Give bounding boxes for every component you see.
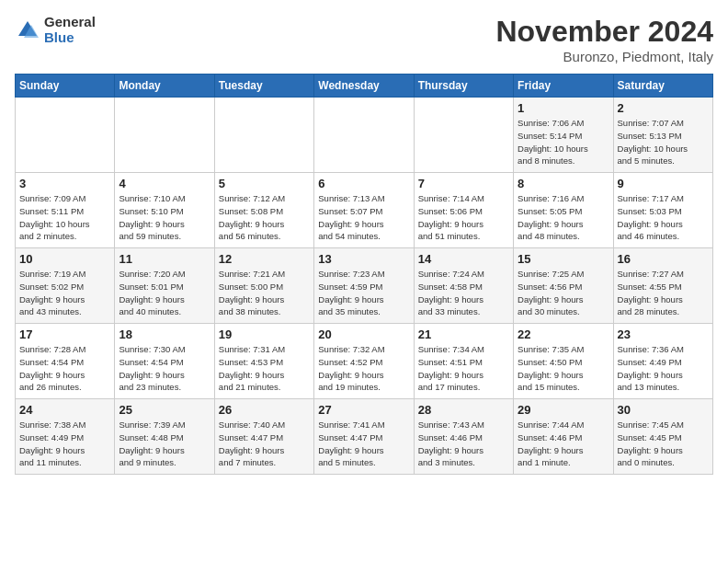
day-info: Sunrise: 7:07 AM Sunset: 5:13 PM Dayligh… (618, 117, 709, 167)
logo: General Blue (15, 15, 96, 45)
day-number: 19 (219, 327, 310, 341)
day-info: Sunrise: 7:38 AM Sunset: 4:49 PM Dayligh… (19, 419, 110, 469)
calendar-cell: 16Sunrise: 7:27 AM Sunset: 4:55 PM Dayli… (613, 248, 712, 324)
calendar-cell: 4Sunrise: 7:10 AM Sunset: 5:10 PM Daylig… (115, 173, 214, 248)
day-info: Sunrise: 7:25 AM Sunset: 4:56 PM Dayligh… (518, 268, 609, 318)
calendar-week-row: 3Sunrise: 7:09 AM Sunset: 5:11 PM Daylig… (16, 173, 713, 248)
day-info: Sunrise: 7:06 AM Sunset: 5:14 PM Dayligh… (518, 117, 609, 167)
day-number: 17 (19, 327, 110, 341)
calendar-cell: 28Sunrise: 7:43 AM Sunset: 4:46 PM Dayli… (414, 399, 513, 475)
day-number: 7 (418, 177, 509, 190)
weekday-header-saturday: Saturday (613, 75, 712, 98)
calendar-cell (115, 98, 214, 173)
calendar-cell: 2Sunrise: 7:07 AM Sunset: 5:13 PM Daylig… (613, 98, 712, 173)
weekday-header-friday: Friday (514, 75, 613, 98)
day-info: Sunrise: 7:30 AM Sunset: 4:54 PM Dayligh… (119, 343, 210, 394)
calendar-cell: 14Sunrise: 7:24 AM Sunset: 4:58 PM Dayli… (414, 248, 513, 324)
calendar-cell: 22Sunrise: 7:35 AM Sunset: 4:50 PM Dayli… (514, 324, 613, 399)
day-number: 28 (418, 403, 509, 417)
day-info: Sunrise: 7:44 AM Sunset: 4:46 PM Dayligh… (518, 419, 609, 469)
day-number: 30 (618, 403, 709, 417)
day-info: Sunrise: 7:09 AM Sunset: 5:11 PM Dayligh… (19, 192, 110, 243)
day-info: Sunrise: 7:43 AM Sunset: 4:46 PM Dayligh… (418, 419, 509, 469)
calendar-cell: 27Sunrise: 7:41 AM Sunset: 4:47 PM Dayli… (314, 399, 414, 475)
day-number: 25 (119, 403, 210, 417)
day-info: Sunrise: 7:40 AM Sunset: 4:47 PM Dayligh… (219, 419, 310, 469)
title-block: November 2024 Buronzo, Piedmont, Italy (495, 15, 713, 64)
weekday-header-tuesday: Tuesday (214, 75, 313, 98)
day-info: Sunrise: 7:36 AM Sunset: 4:49 PM Dayligh… (618, 343, 709, 394)
day-info: Sunrise: 7:14 AM Sunset: 5:06 PM Dayligh… (418, 192, 509, 243)
day-info: Sunrise: 7:31 AM Sunset: 4:53 PM Dayligh… (219, 343, 310, 394)
calendar-cell: 23Sunrise: 7:36 AM Sunset: 4:49 PM Dayli… (613, 324, 712, 399)
day-number: 27 (318, 403, 409, 417)
calendar-cell (16, 98, 115, 173)
day-info: Sunrise: 7:32 AM Sunset: 4:52 PM Dayligh… (318, 343, 409, 394)
day-number: 16 (618, 252, 709, 266)
calendar-cell: 7Sunrise: 7:14 AM Sunset: 5:06 PM Daylig… (414, 173, 513, 248)
day-number: 11 (119, 252, 210, 266)
day-number: 15 (518, 252, 609, 266)
calendar-cell: 17Sunrise: 7:28 AM Sunset: 4:54 PM Dayli… (16, 324, 115, 399)
day-number: 8 (518, 177, 609, 190)
day-number: 4 (119, 177, 210, 190)
calendar-cell: 12Sunrise: 7:21 AM Sunset: 5:00 PM Dayli… (214, 248, 313, 324)
day-info: Sunrise: 7:24 AM Sunset: 4:58 PM Dayligh… (418, 268, 509, 318)
calendar-week-row: 17Sunrise: 7:28 AM Sunset: 4:54 PM Dayli… (16, 324, 713, 399)
day-number: 12 (219, 252, 310, 266)
calendar-body: 1Sunrise: 7:06 AM Sunset: 5:14 PM Daylig… (16, 98, 713, 475)
calendar-cell: 1Sunrise: 7:06 AM Sunset: 5:14 PM Daylig… (514, 98, 613, 173)
day-info: Sunrise: 7:17 AM Sunset: 5:03 PM Dayligh… (618, 192, 709, 243)
day-number: 24 (19, 403, 110, 417)
day-info: Sunrise: 7:35 AM Sunset: 4:50 PM Dayligh… (518, 343, 609, 394)
day-number: 20 (318, 327, 409, 341)
calendar-week-row: 10Sunrise: 7:19 AM Sunset: 5:02 PM Dayli… (16, 248, 713, 324)
calendar-cell: 6Sunrise: 7:13 AM Sunset: 5:07 PM Daylig… (314, 173, 414, 248)
page-header: General Blue November 2024 Buronzo, Pied… (15, 15, 713, 64)
day-number: 2 (618, 101, 709, 115)
calendar-cell: 24Sunrise: 7:38 AM Sunset: 4:49 PM Dayli… (16, 399, 115, 475)
day-number: 21 (418, 327, 509, 341)
logo-general-text: General (44, 15, 96, 30)
calendar-cell: 15Sunrise: 7:25 AM Sunset: 4:56 PM Dayli… (514, 248, 613, 324)
day-info: Sunrise: 7:13 AM Sunset: 5:07 PM Dayligh… (318, 192, 409, 243)
day-info: Sunrise: 7:10 AM Sunset: 5:10 PM Dayligh… (119, 192, 210, 243)
day-number: 14 (418, 252, 509, 266)
calendar-cell: 5Sunrise: 7:12 AM Sunset: 5:08 PM Daylig… (214, 173, 313, 248)
calendar-cell: 19Sunrise: 7:31 AM Sunset: 4:53 PM Dayli… (214, 324, 313, 399)
day-number: 29 (518, 403, 609, 417)
day-info: Sunrise: 7:16 AM Sunset: 5:05 PM Dayligh… (518, 192, 609, 243)
day-number: 23 (618, 327, 709, 341)
logo-icon (15, 17, 40, 43)
calendar-cell (414, 98, 513, 173)
day-info: Sunrise: 7:27 AM Sunset: 4:55 PM Dayligh… (618, 268, 709, 318)
calendar-cell: 20Sunrise: 7:32 AM Sunset: 4:52 PM Dayli… (314, 324, 414, 399)
calendar-cell: 13Sunrise: 7:23 AM Sunset: 4:59 PM Dayli… (314, 248, 414, 324)
day-info: Sunrise: 7:19 AM Sunset: 5:02 PM Dayligh… (19, 268, 110, 318)
day-info: Sunrise: 7:41 AM Sunset: 4:47 PM Dayligh… (318, 419, 409, 469)
month-title: November 2024 (495, 15, 713, 49)
calendar-cell: 11Sunrise: 7:20 AM Sunset: 5:01 PM Dayli… (115, 248, 214, 324)
day-info: Sunrise: 7:39 AM Sunset: 4:48 PM Dayligh… (119, 419, 210, 469)
day-info: Sunrise: 7:21 AM Sunset: 5:00 PM Dayligh… (219, 268, 310, 318)
day-number: 5 (219, 177, 310, 190)
calendar-cell: 30Sunrise: 7:45 AM Sunset: 4:45 PM Dayli… (613, 399, 712, 475)
day-number: 26 (219, 403, 310, 417)
day-info: Sunrise: 7:23 AM Sunset: 4:59 PM Dayligh… (318, 268, 409, 318)
calendar-cell: 25Sunrise: 7:39 AM Sunset: 4:48 PM Dayli… (115, 399, 214, 475)
day-info: Sunrise: 7:34 AM Sunset: 4:51 PM Dayligh… (418, 343, 509, 394)
location: Buronzo, Piedmont, Italy (495, 49, 713, 64)
weekday-header-thursday: Thursday (414, 75, 513, 98)
calendar-cell (214, 98, 313, 173)
weekday-header-sunday: Sunday (16, 75, 115, 98)
day-info: Sunrise: 7:45 AM Sunset: 4:45 PM Dayligh… (618, 419, 709, 469)
weekday-header-monday: Monday (115, 75, 214, 98)
calendar-cell: 10Sunrise: 7:19 AM Sunset: 5:02 PM Dayli… (16, 248, 115, 324)
calendar-cell: 18Sunrise: 7:30 AM Sunset: 4:54 PM Dayli… (115, 324, 214, 399)
calendar-header-row: SundayMondayTuesdayWednesdayThursdayFrid… (16, 75, 713, 98)
day-info: Sunrise: 7:12 AM Sunset: 5:08 PM Dayligh… (219, 192, 310, 243)
day-number: 1 (518, 101, 609, 115)
calendar-week-row: 24Sunrise: 7:38 AM Sunset: 4:49 PM Dayli… (16, 399, 713, 475)
logo-blue-text: Blue (44, 30, 96, 46)
calendar-cell: 9Sunrise: 7:17 AM Sunset: 5:03 PM Daylig… (613, 173, 712, 248)
